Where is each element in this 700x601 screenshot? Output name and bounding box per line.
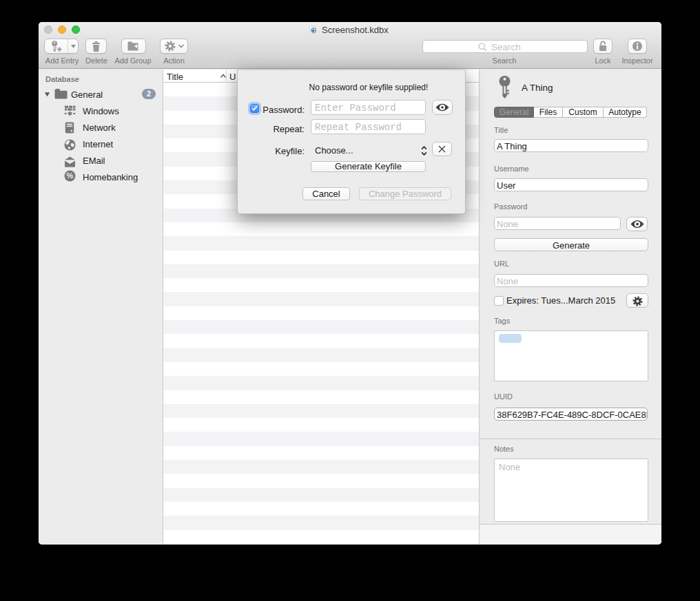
svg-text:%: % xyxy=(67,171,74,180)
